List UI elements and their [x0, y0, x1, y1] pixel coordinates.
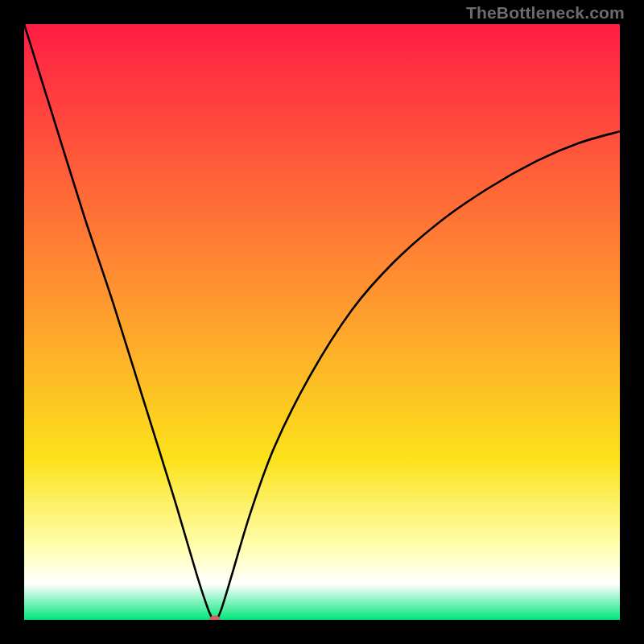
- attribution-text: TheBottleneck.com: [466, 3, 625, 23]
- chart-frame: { "attribution": "TheBottleneck.com", "c…: [0, 0, 644, 644]
- bottleneck-plot: [24, 24, 620, 620]
- gradient-background: [24, 24, 620, 620]
